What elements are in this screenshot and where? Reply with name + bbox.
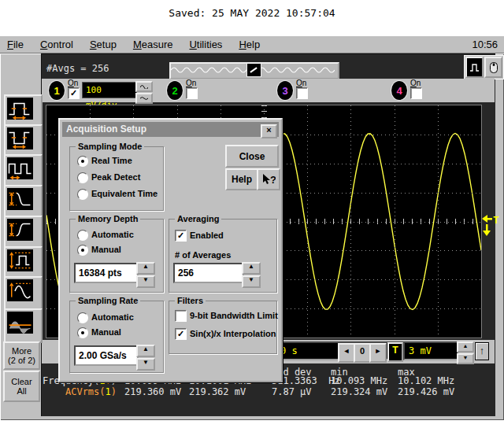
level-down-button[interactable]: ▼ — [457, 353, 474, 364]
channel-4-on-label: On — [410, 79, 421, 87]
radio-label: Manual — [91, 327, 121, 337]
channel-2-on-label: On — [186, 79, 196, 87]
channel-1-scale-spinner — [135, 81, 153, 104]
pan-zero-button[interactable]: 0 — [354, 343, 371, 363]
group-label: Sampling Rate — [76, 296, 140, 305]
channel-1-on-checkbox[interactable] — [68, 87, 80, 99]
avgs-label: #Avgs = 256 — [46, 63, 109, 74]
channel-2-on-checkbox[interactable] — [186, 87, 198, 99]
avgs-slider[interactable] — [169, 62, 339, 79]
menu-utilities[interactable]: Utilities — [189, 39, 222, 50]
close-button[interactable]: Close — [225, 145, 279, 168]
measure-rise-time-button[interactable] — [4, 216, 43, 250]
spin-down-button[interactable]: ▼ — [242, 275, 261, 288]
positive-pulse-width-icon — [7, 98, 33, 120]
radio-label: Real Time — [91, 156, 132, 165]
pan-right-button[interactable]: ► — [369, 343, 387, 363]
spin-up-button[interactable]: ▲ — [136, 262, 155, 275]
mouse-pointer-button[interactable] — [484, 57, 502, 78]
measurement-current: 219.360 mV — [124, 386, 181, 397]
display-mode-buttons — [464, 55, 504, 79]
close-icon[interactable]: × — [261, 124, 277, 138]
menu-measure[interactable]: Measure — [133, 39, 173, 50]
clock: 10:56 — [472, 39, 504, 50]
radio-label: Manual — [91, 245, 121, 254]
radio-label: Automatic — [91, 312, 134, 322]
radio-memory-manual[interactable] — [77, 245, 88, 256]
channel-3-on-checkbox[interactable] — [296, 87, 308, 99]
menu-items: File Control Setup Measure Utilities Hel… — [0, 39, 260, 50]
spin-up-button[interactable]: ▲ — [242, 262, 261, 275]
measurement-max: 219.426 mV — [398, 386, 454, 397]
trigger-level-spinner: ▲ ▼ — [457, 341, 474, 364]
channel-1-on-label: On — [68, 79, 78, 87]
measurement-mean: 219.362 mV — [189, 386, 246, 397]
checkbox-label: Enabled — [190, 231, 224, 240]
pulse-display-button[interactable] — [465, 57, 484, 78]
averaging-enabled-checkbox[interactable] — [175, 230, 187, 242]
channel-3-indicator[interactable]: 3 — [277, 81, 293, 100]
scale-up-button[interactable] — [135, 81, 153, 92]
radio-label: Equivalent Time — [91, 189, 158, 198]
spin-down-button[interactable]: ▼ — [136, 275, 155, 288]
menu-help[interactable]: Help — [239, 39, 260, 50]
menu-control[interactable]: Control — [40, 39, 73, 50]
radio-memory-automatic[interactable] — [77, 230, 88, 241]
help-pointer-icon: ? — [261, 173, 276, 186]
help-button[interactable]: Help — [225, 168, 258, 190]
spin-up-button[interactable]: ▲ — [136, 345, 155, 357]
sinx-interpolation-checkbox[interactable] — [175, 328, 187, 340]
radio-peak-detect[interactable] — [77, 172, 88, 183]
checkbox-label: Sin(x)/x Interpolation — [190, 329, 276, 338]
sine-small-icon — [140, 84, 148, 89]
averages-count-field[interactable]: 256 — [173, 263, 244, 283]
channel-4-on-checkbox[interactable] — [410, 87, 422, 99]
averages-count-label: # of Averages — [175, 250, 231, 260]
sine-small-icon — [140, 96, 148, 101]
saved-timestamp: Saved: 25 MAY 2022 10:57:04 — [0, 7, 504, 19]
measure-v-average-button[interactable] — [4, 308, 43, 343]
pan-left-button[interactable]: ◄ — [338, 343, 355, 363]
context-help-button[interactable]: ? — [257, 168, 280, 190]
trigger-level-field[interactable]: 3 mV — [403, 341, 459, 360]
channel-row: 1 On 100 mV/div 2 On 3 On 4 On — [42, 79, 495, 102]
measure-period-button[interactable] — [4, 154, 43, 189]
level-up-button[interactable]: ▲ — [457, 341, 474, 352]
v-average-icon — [7, 312, 33, 334]
trigger-marker[interactable]: T — [482, 211, 502, 238]
radio-real-time[interactable] — [77, 156, 88, 167]
peak-to-peak-icon — [7, 249, 33, 271]
channel-2-indicator[interactable]: 2 — [167, 81, 183, 100]
fall-time-icon — [7, 188, 33, 210]
group-label: Memory Depth — [76, 214, 140, 223]
channel-4-indicator[interactable]: 4 — [391, 81, 407, 100]
mouse-icon — [489, 61, 498, 74]
radio-equivalent-time[interactable] — [77, 189, 88, 200]
radio-label: Automatic — [91, 230, 134, 239]
memory-depth-field[interactable]: 16384 pts — [74, 263, 139, 283]
spin-down-button[interactable]: ▼ — [136, 358, 155, 371]
channel-1-indicator[interactable]: 1 — [49, 81, 65, 100]
bandwidth-limit-checkbox[interactable] — [175, 310, 187, 322]
clear-all-button[interactable]: Clear All — [3, 371, 40, 402]
amplitude-icon — [7, 279, 33, 301]
sampling-rate-field[interactable]: 2.00 GSa/s — [74, 345, 139, 366]
group-label: Averaging — [175, 214, 221, 223]
radio-rate-manual[interactable] — [77, 327, 88, 338]
menu-file[interactable]: File — [7, 39, 24, 50]
trigger-slope-button[interactable]: ↑ — [475, 342, 489, 360]
radio-rate-automatic[interactable] — [77, 312, 88, 323]
scale-down-button[interactable] — [135, 93, 153, 104]
slider-thumb[interactable] — [246, 63, 261, 77]
measure-fall-time-button[interactable] — [4, 185, 43, 220]
more-measurements-button[interactable]: More (2 of 2) — [3, 341, 40, 370]
menu-bar: File Control Setup Measure Utilities Hel… — [0, 35, 504, 54]
trigger-button[interactable]: T — [387, 342, 403, 362]
svg-text:?: ? — [270, 174, 276, 186]
menu-setup[interactable]: Setup — [90, 39, 117, 50]
sampling-rate-spinner: ▲ ▼ — [136, 345, 155, 371]
dialog-titlebar[interactable]: Acquisition Setup × — [62, 122, 279, 137]
checkbox-label: 9-bit Bandwidth Limit — [190, 311, 278, 320]
channel-1-scale[interactable]: 100 mV/div — [82, 82, 137, 98]
measure-amplitude-button[interactable] — [4, 276, 43, 311]
